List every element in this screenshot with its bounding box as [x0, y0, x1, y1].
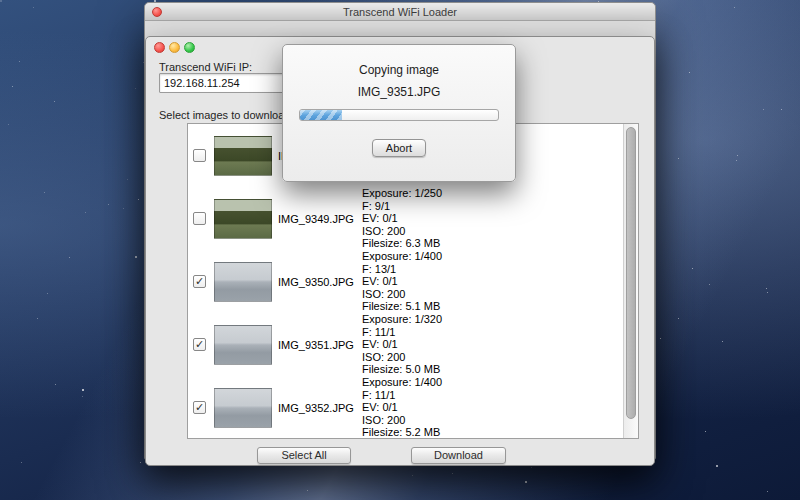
close-button[interactable]: [154, 42, 165, 53]
image-filename: IMG_9349.JPG: [278, 213, 354, 225]
image-checkbox[interactable]: ✓: [193, 338, 206, 351]
image-filename: IMG_9351.JPG: [278, 339, 354, 351]
image-exif-details: Exposure: 1/250F: 9/1EV: 0/1ISO: 200File…: [362, 187, 442, 250]
minimize-button[interactable]: [169, 42, 180, 53]
select-images-label: Select images to download:: [159, 109, 294, 121]
image-row: IMG_9349.JPG Exposure: 1/250F: 9/1EV: 0/…: [188, 187, 623, 250]
dialog-filename: IMG_9351.JPG: [283, 85, 515, 99]
window-titlebar[interactable]: Transcend WiFi Loader: [145, 3, 655, 21]
image-filename: IMG_9352.JPG: [278, 402, 354, 414]
window-controls: [154, 41, 214, 55]
scrollbar-thumb[interactable]: [626, 127, 636, 419]
copy-progress-dialog: Copying image IMG_9351.JPG Abort: [282, 44, 516, 182]
image-row: ✓ IMG_9350.JPG Exposure: 1/400F: 13/1EV:…: [188, 250, 623, 313]
image-row: ✓ IMG_9351.JPG Exposure: 1/320F: 11/1EV:…: [188, 313, 623, 376]
select-all-button[interactable]: Select All: [257, 447, 351, 464]
wifi-ip-input[interactable]: [159, 73, 285, 93]
wifi-ip-label: Transcend WiFi IP:: [159, 61, 252, 73]
progress-bar-fill: [300, 110, 342, 120]
dialog-title: Copying image: [283, 63, 515, 77]
progress-bar: [299, 109, 499, 121]
image-thumbnail: [214, 325, 272, 365]
image-row: ✓ IMG_9352.JPG Exposure: 1/400F: 11/1EV:…: [188, 376, 623, 439]
zoom-button[interactable]: [184, 42, 195, 53]
abort-button[interactable]: Abort: [372, 139, 426, 157]
image-thumbnail: [214, 388, 272, 428]
download-button[interactable]: Download: [411, 447, 506, 464]
image-thumbnail: [214, 199, 272, 239]
scrollbar-track[interactable]: [623, 124, 638, 438]
image-exif-details: Exposure: 1/400F: 13/1EV: 0/1ISO: 200Fil…: [362, 250, 442, 313]
image-checkbox[interactable]: [193, 149, 206, 162]
image-filename: IMG_9350.JPG: [278, 276, 354, 288]
image-exif-details: Exposure: 1/400F: 11/1EV: 0/1ISO: 200Fil…: [362, 376, 442, 439]
image-checkbox[interactable]: [193, 212, 206, 225]
window-title: Transcend WiFi Loader: [145, 6, 655, 18]
image-exif-details: Exposure: 1/320F: 11/1EV: 0/1ISO: 200Fil…: [362, 313, 442, 376]
desktop-wallpaper: Transcend WiFi Loader Transcend WiFi IP:…: [0, 0, 800, 500]
image-checkbox[interactable]: ✓: [193, 275, 206, 288]
image-checkbox[interactable]: ✓: [193, 401, 206, 414]
image-thumbnail: [214, 262, 272, 302]
image-thumbnail: [214, 136, 272, 176]
